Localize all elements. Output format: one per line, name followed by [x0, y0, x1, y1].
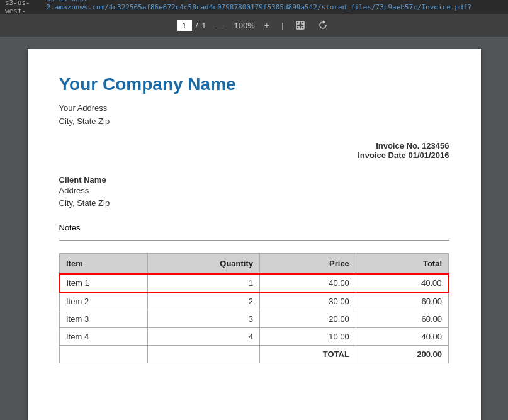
row-price: 40.00 — [260, 274, 356, 292]
row-quantity: 1 — [147, 274, 260, 292]
invoice-page: Your Company Name Your Address City, Sta… — [28, 49, 481, 420]
table-row: Item 3 3 20.00 60.00 — [60, 310, 449, 328]
company-address: Your Address City, State Zip — [59, 102, 449, 128]
client-name: Client Name — [59, 175, 449, 184]
col-header-item: Item — [60, 254, 148, 275]
zoom-out-button[interactable]: — — [213, 19, 228, 31]
row-price: 30.00 — [260, 292, 356, 310]
table-row: Item 2 2 30.00 60.00 — [60, 292, 449, 310]
zoom-level: 100% — [234, 21, 255, 30]
total-label: TOTAL — [260, 346, 356, 363]
row-total: 60.00 — [356, 310, 448, 328]
page-number-input[interactable] — [177, 20, 192, 31]
rotate-button[interactable] — [315, 19, 331, 31]
client-address: Address City, State Zip — [59, 184, 449, 211]
invoice-date: Invoice Date 01/01/2016 — [59, 150, 449, 160]
row-price: 10.00 — [260, 328, 356, 346]
page-total: 1 — [201, 21, 206, 30]
pdf-viewer: Your Company Name Your Address City, Sta… — [0, 37, 508, 420]
company-name: Your Company Name — [59, 74, 449, 94]
table-row: Item 1 1 40.00 40.00 — [60, 274, 449, 292]
pdf-toolbar: / 1 — 100% + | — [0, 14, 508, 37]
company-address-line1: Your Address — [59, 102, 449, 115]
row-quantity: 3 — [147, 310, 260, 328]
company-address-line2: City, State Zip — [59, 115, 449, 128]
fullscreen-button[interactable] — [292, 19, 308, 31]
total-empty-2 — [147, 346, 260, 363]
svg-rect-0 — [296, 21, 304, 29]
table-row: Item 4 4 10.00 40.00 — [60, 328, 449, 346]
total-empty-1 — [60, 346, 148, 363]
col-header-quantity: Quantity — [147, 254, 260, 275]
row-quantity: 4 — [147, 328, 260, 346]
row-quantity: 2 — [147, 292, 260, 310]
table-header-row: Item Quantity Price Total — [60, 254, 449, 275]
invoice-meta: Invoice No. 123456 Invoice Date 01/01/20… — [59, 141, 449, 160]
notes-label: Notes — [59, 223, 81, 232]
page-controls: / 1 — [177, 20, 206, 31]
row-total: 60.00 — [356, 292, 448, 310]
zoom-in-button[interactable]: + — [261, 19, 273, 31]
notes-section: Notes — [59, 223, 449, 232]
invoice-number: Invoice No. 123456 — [59, 141, 449, 150]
client-section: Client Name Address City, State Zip — [59, 175, 449, 211]
client-address-line1: Address — [59, 184, 449, 198]
section-divider — [59, 240, 449, 241]
col-header-total: Total — [356, 254, 448, 275]
row-item: Item 2 — [60, 292, 148, 310]
row-item: Item 4 — [60, 328, 148, 346]
row-item: Item 1 — [60, 274, 148, 292]
row-total: 40.00 — [356, 328, 448, 346]
col-header-price: Price — [260, 254, 356, 275]
row-total: 40.00 — [356, 274, 448, 292]
row-item: Item 3 — [60, 310, 148, 328]
client-address-line2: City, State Zip — [59, 197, 449, 210]
table-total-row: TOTAL 200.00 — [60, 346, 449, 363]
row-price: 20.00 — [260, 310, 356, 328]
total-value: 200.00 — [356, 346, 448, 363]
page-separator: / — [196, 21, 198, 30]
invoice-table: Item Quantity Price Total Item 1 1 40.00… — [59, 253, 449, 363]
